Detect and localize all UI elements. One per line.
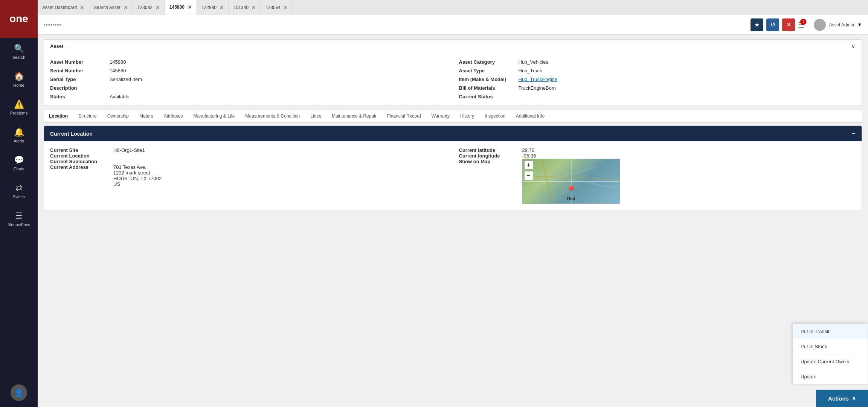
serial-number-label: Serial Number <box>50 68 107 73</box>
map-zoom-out-button[interactable]: − <box>524 171 533 180</box>
sidebar-label-home: Home <box>13 83 24 87</box>
sidebar-label-problems: Problems <box>10 111 27 115</box>
bom-label: Bill of Materials <box>459 85 516 91</box>
tab-lines[interactable]: Lines <box>305 110 326 122</box>
tab-search-asset-close[interactable]: ✕ <box>124 5 128 11</box>
asset-field-serial: Serial Number 145880 <box>50 66 447 75</box>
loc-field-sublocation: Current Sublocation <box>50 159 447 164</box>
user-profile[interactable]: Asset Admin ▼ <box>814 19 862 31</box>
sidebar-item-menus[interactable]: ☰ Menus/Favs <box>0 205 38 233</box>
tab-151340[interactable]: 151340 ✕ <box>229 0 261 15</box>
asset-field-bom: Bill of Materials TruckEngineBom <box>459 84 856 92</box>
loc-field-latitude: Current latitude 29.76 <box>459 147 856 153</box>
map-zoom-in-button[interactable]: + <box>524 161 533 170</box>
tab-history[interactable]: History <box>455 110 479 122</box>
asset-field-number: Asset Number 145880 <box>50 58 447 66</box>
sidebar-label-menus: Menus/Favs <box>8 222 30 227</box>
asset-field-model: Item (Make & Model) Hub_TruckEngine <box>459 75 856 84</box>
loc-field-site: Current Site H8-Org1-Site1 <box>50 147 447 153</box>
current-address-value: 701 Texas Ave. 1232 mark street HOUSTON,… <box>113 164 162 187</box>
map-container[interactable]: + − 📍 Hou <box>522 159 620 204</box>
sidebar-item-alerts[interactable]: 🔔 Alerts <box>0 121 38 149</box>
tab-123082[interactable]: 123082 ✕ <box>133 0 165 15</box>
dropdown-item-transit[interactable]: Put In Transit <box>793 324 868 339</box>
tab-manufacturing[interactable]: Manufacturing & Life <box>188 110 240 122</box>
user-avatar <box>814 19 826 31</box>
tab-145880-close[interactable]: ✕ <box>188 4 192 10</box>
category-value: Hub_Vehicles <box>519 59 549 65</box>
refresh-button[interactable]: ↺ <box>766 18 779 31</box>
location-fields-left: Current Site H8-Org1-Site1 Current Locat… <box>50 147 447 204</box>
serial-type-label: Serial Type <box>50 77 107 82</box>
tab-122880-close[interactable]: ✕ <box>220 5 224 11</box>
tab-search-asset[interactable]: Search Asset ✕ <box>89 0 133 15</box>
dropdown-item-update-owner[interactable]: Update Current Owner <box>793 354 868 369</box>
tab-warranty[interactable]: Warranty <box>426 110 455 122</box>
tab-additional[interactable]: Additional Info <box>511 110 550 122</box>
asset-collapse-button[interactable]: ∨ <box>851 43 856 50</box>
tab-151340-close[interactable]: ✕ <box>252 5 256 11</box>
tab-location[interactable]: Location <box>44 110 73 122</box>
asset-section-title: Asset <box>50 43 63 49</box>
tab-maintenance[interactable]: Maintenance & Repair <box>326 110 382 122</box>
sidebar-item-problems[interactable]: ⚠️ Problems <box>0 93 38 121</box>
favorite-button[interactable]: ★ <box>751 18 763 31</box>
tab-122880[interactable]: 122880 ✕ <box>197 0 229 15</box>
asset-field-type: Asset Type Hub_Truck <box>459 66 856 75</box>
home-icon: 🏠 <box>14 72 24 81</box>
dropdown-item-update[interactable]: Update <box>793 369 868 384</box>
sidebar-item-switch[interactable]: ⇄ Switch <box>0 177 38 205</box>
sidebar-user-avatar[interactable]: 👤 <box>11 384 27 401</box>
location-minimize-button[interactable]: − <box>851 130 856 138</box>
tab-bar: Asset Dashboard ✕ Search Asset ✕ 123082 … <box>38 0 868 15</box>
asset-type-label: Asset Type <box>459 68 516 73</box>
tab-123064-close[interactable]: ✕ <box>284 5 288 11</box>
close-button[interactable]: ✕ <box>782 18 795 31</box>
tab-145880[interactable]: 145880 ✕ <box>165 0 197 15</box>
user-role-label: Asset Admin <box>829 22 854 28</box>
loc-field-location: Current Location <box>50 153 447 159</box>
tab-ownership[interactable]: Ownership <box>102 110 134 122</box>
tab-attributes[interactable]: Attributes <box>159 110 188 122</box>
sidebar-item-chats[interactable]: 💬 Chats <box>0 149 38 177</box>
sidebar-label-alerts: Alerts <box>14 139 24 143</box>
longitude-label: Current longitude <box>459 153 519 159</box>
search-icon: 🔍 <box>14 44 24 54</box>
description-label: Description <box>50 85 107 91</box>
tab-structure[interactable]: Structure <box>73 110 102 122</box>
current-site-label: Current Site <box>50 147 110 153</box>
tab-inspection[interactable]: Inspection <box>479 110 511 122</box>
tab-123064[interactable]: 123064 ✕ <box>261 0 293 15</box>
model-value[interactable]: Hub_TruckEngine <box>519 77 558 82</box>
actions-button-label: Actions <box>828 395 849 402</box>
asset-number-label: Asset Number <box>50 59 107 65</box>
asset-field-category: Asset Category Hub_Vehicles <box>459 58 856 66</box>
actions-button[interactable]: Actions ∧ <box>816 390 868 407</box>
sidebar-item-search[interactable]: 🔍 Search <box>0 38 38 66</box>
sidebar-bottom: 👤 <box>0 384 38 407</box>
warning-icon: ⚠️ <box>14 99 24 109</box>
serial-number-value: 145880 <box>110 68 126 73</box>
sidebar-item-home[interactable]: 🏠 Home <box>0 66 38 93</box>
header-brand: •••••••• <box>44 22 751 28</box>
tab-dashboard-close[interactable]: ✕ <box>80 5 84 11</box>
tab-financial[interactable]: Financial Record <box>382 110 426 122</box>
asset-fields-left: Asset Number 145880 Serial Number 145880… <box>50 58 447 101</box>
status-label: Status <box>50 94 107 99</box>
app-logo[interactable]: one <box>0 0 38 38</box>
user-dropdown-icon[interactable]: ▼ <box>857 22 862 28</box>
tab-122880-label: 122880 <box>201 5 217 10</box>
tab-measurements[interactable]: Measurements & Condition <box>240 110 305 122</box>
tab-meters[interactable]: Meters <box>134 110 159 122</box>
tab-dashboard[interactable]: Asset Dashboard ✕ <box>38 0 89 15</box>
tab-145880-label: 145880 <box>169 5 185 10</box>
dropdown-item-stock[interactable]: Put In Stock <box>793 339 868 354</box>
tab-123082-close[interactable]: ✕ <box>156 5 160 11</box>
content-area: Asset ∨ Asset Number 145880 Serial Numbe… <box>38 35 868 407</box>
notifications-button[interactable]: ☰ 1 <box>798 20 805 29</box>
asset-field-description: Description <box>50 84 447 92</box>
tab-123064-label: 123064 <box>265 5 281 10</box>
model-label: Item (Make & Model) <box>459 77 516 82</box>
asset-panel-header: Asset ∨ <box>44 40 862 53</box>
sidebar: one 🔍 Search 🏠 Home ⚠️ Problems 🔔 Alerts… <box>0 0 38 407</box>
